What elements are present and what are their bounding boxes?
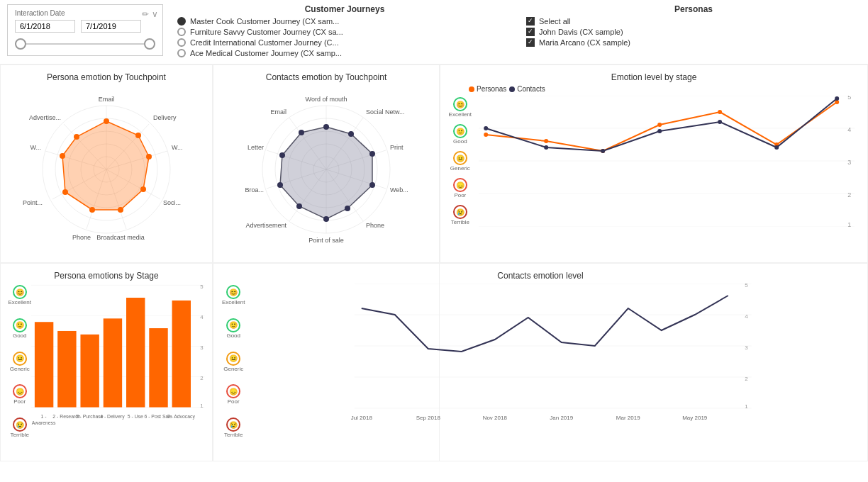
chevron-down-icon[interactable]: ∨ (152, 9, 158, 19)
date-inputs (15, 20, 155, 33)
svg-text:Jul 2018: Jul 2018 (351, 415, 373, 421)
contacts-legend-dot (509, 86, 515, 92)
emotion-excellent-2: 😊 Excellent (8, 285, 30, 306)
svg-text:Sep 2018: Sep 2018 (416, 415, 441, 421)
good-face-2: 🙂 (13, 318, 27, 332)
svg-point-16 (135, 133, 141, 138)
svg-text:3 - Purchase: 3 - Purchase (76, 414, 104, 419)
svg-point-19 (118, 207, 123, 213)
persona-stage-bar-svg: 5 4 3 2 1 1 - Awareness 2 - (31, 284, 205, 439)
emotion-excellent-1: 😊 Excellent (449, 97, 472, 118)
good-face-3: 🙂 (226, 318, 240, 332)
persona-stage-chart-area: 😊 Excellent 🙂 Good 😐 Generic 😞 Poor 😢 (8, 284, 205, 439)
persona-checkbox-john[interactable] (526, 28, 535, 36)
svg-text:Advertise...: Advertise... (29, 114, 61, 121)
persona-item-john[interactable]: John Davis (CX sample) (526, 28, 861, 36)
filter-icons: ✏ ∨ (142, 9, 158, 19)
svg-text:5: 5 (847, 96, 851, 101)
persona-emotions-stage-panel: Persona emotions by Stage 😊 Excellent 🙂 … (0, 263, 213, 461)
svg-point-21 (62, 189, 68, 195)
emotion-stage-chart-area: 😊 Excellent 🙂 Good 😐 Generic 😞 Poor 😢 (447, 96, 860, 227)
emotion-good-3: 🙂 Good (226, 318, 240, 339)
date-range-slider[interactable] (15, 37, 155, 51)
svg-point-22 (60, 153, 65, 159)
persona-item-all[interactable]: Select all (526, 17, 861, 26)
journey-item-1[interactable]: Master Cook Customer Journey (CX sam... (177, 17, 512, 26)
svg-point-90 (718, 120, 722, 124)
svg-text:1: 1 (745, 403, 749, 410)
excellent-label-2: Excellent (8, 299, 30, 306)
persona-radar-svg: Email Delivery W... Soci... Broadcast me… (14, 88, 199, 251)
svg-text:Print: Print (390, 144, 404, 151)
good-label-2: Good (13, 332, 27, 339)
contacts-emotion-level-panel: Contacts emotion level 😊 Excellent 🙂 Goo… (213, 263, 868, 461)
svg-text:Point...: Point... (23, 199, 43, 206)
slider-track (15, 43, 155, 45)
journey-label-3: Credit International Customer Journey (C… (190, 38, 339, 47)
svg-text:Social Netw...: Social Netw... (366, 108, 405, 116)
svg-text:3: 3 (201, 344, 204, 351)
emotion-generic-1: 😐 Generic (450, 151, 470, 172)
good-label-3: Good (226, 332, 240, 339)
slider-thumb-right[interactable] (144, 38, 155, 50)
persona-emotion-touchpoint-title: Persona emotion by Touchpoint (8, 72, 205, 82)
excellent-label-3: Excellent (222, 299, 245, 306)
svg-text:4: 4 (745, 313, 749, 320)
svg-point-53 (345, 206, 350, 211)
emotion-good-2: 🙂 Good (13, 318, 27, 339)
svg-text:2: 2 (745, 376, 749, 382)
svg-text:5: 5 (745, 284, 749, 288)
emotion-generic-3: 😐 Generic (223, 352, 243, 372)
journey-radio-1[interactable] (177, 17, 186, 26)
svg-text:Email: Email (99, 96, 115, 103)
persona-label-john: John Davis (CX sample) (539, 28, 623, 36)
journey-item-2[interactable]: Furniture Savvy Customer Journey (CX sa.… (177, 28, 512, 36)
start-date-input[interactable] (15, 20, 75, 33)
persona-item-maria[interactable]: Maria Arcano (CX sample) (526, 38, 861, 47)
contacts-emotion-level-title: Contacts emotion level (221, 271, 860, 281)
emotion-level-stage-panel: Emotion level by stage Personas Contacts… (440, 65, 868, 263)
emotion-scale-3: 😊 Excellent 🙂 Good 😐 Generic 😞 Poor 😢 (221, 284, 246, 439)
journey-radio-4[interactable] (177, 49, 186, 57)
svg-point-89 (657, 129, 662, 133)
end-date-input[interactable] (81, 20, 141, 33)
svg-point-79 (484, 133, 488, 137)
emotion-terrible-3: 😢 Terrible (224, 417, 243, 438)
svg-text:1 -: 1 - (41, 414, 47, 419)
emotion-terrible-2: 😢 Terrible (11, 417, 29, 438)
svg-marker-48 (280, 127, 372, 219)
generic-label-3: Generic (223, 366, 243, 372)
svg-point-15 (104, 118, 109, 124)
svg-point-17 (146, 154, 152, 159)
emotion-poor-3: 😞 Poor (226, 384, 240, 405)
slider-thumb-left[interactable] (15, 38, 26, 50)
journey-label-4: Ace Medical Customer Journey (CX samp... (190, 49, 342, 57)
svg-text:5 - Use: 5 - Use (128, 414, 143, 419)
svg-point-86 (484, 126, 488, 130)
emotion-stage-svg: 5 4 3 2 1 (473, 96, 860, 227)
journey-label-1: Master Cook Customer Journey (CX sam... (190, 17, 339, 26)
terrible-face-2: 😢 (13, 417, 27, 432)
emotion-excellent-3: 😊 Excellent (222, 285, 245, 306)
svg-text:5: 5 (201, 284, 204, 290)
excellent-face-2: 😊 (13, 285, 27, 299)
journey-item-3[interactable]: Credit International Customer Journey (C… (177, 38, 512, 47)
pencil-icon[interactable]: ✏ (142, 9, 149, 19)
contacts-emotion-touchpoint-panel: Contacts emotion by Touchpoint (213, 65, 440, 263)
svg-text:2: 2 (847, 191, 851, 198)
terrible-label-2: Terrible (11, 432, 29, 438)
contacts-legend-item: Contacts (509, 85, 545, 93)
persona-checkbox-all[interactable] (526, 17, 535, 26)
persona-checkbox-maria[interactable] (526, 38, 535, 47)
svg-text:Word of mouth: Word of mouth (306, 96, 347, 103)
svg-text:Broadcast media: Broadcast media (96, 234, 145, 241)
excellent-label-1: Excellent (449, 111, 472, 118)
svg-point-52 (369, 182, 375, 188)
journey-item-4[interactable]: Ace Medical Customer Journey (CX samp... (177, 49, 512, 57)
svg-text:Awareness: Awareness (32, 420, 56, 425)
journey-radio-2[interactable] (177, 28, 186, 36)
poor-face-3: 😞 (226, 384, 240, 398)
journey-radio-3[interactable] (177, 38, 186, 47)
svg-point-80 (544, 139, 548, 143)
svg-text:3: 3 (847, 159, 851, 166)
